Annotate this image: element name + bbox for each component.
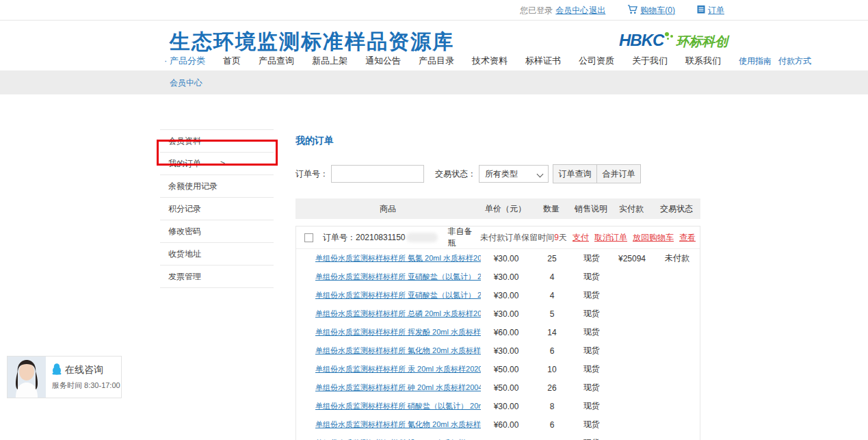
nav-item-product-category[interactable]: · 产品分类 [164,55,205,67]
price-cell: ¥50.00 [481,383,531,393]
sale-note-cell: 现货 [573,326,611,338]
orders-group: 订单 [697,5,724,16]
retention-text: 未付款订单保留时间9天 [480,232,567,244]
order-group: 订单号：20210831150 非自备瓶 未付款订单保留时间9天 支付 取消订单… [295,226,700,440]
paid-cell: ¥25094 [611,254,653,263]
sidebar-item[interactable]: 积分记录 [160,198,274,220]
sidebar-item[interactable]: 收货地址 [160,243,274,266]
product-link[interactable]: 单组份水质监测标样标样所 氰化物 20ml 水质标样205544 [315,420,481,428]
order-list-icon [697,5,705,16]
product-row: 单组份水质监测标样标样所 氨氮 20ml 水质标样2005153 ¥30.00 … [296,249,700,268]
sidebar-item-label: 收货地址 [168,249,201,259]
sidebar-item-label: 会员资料 [168,136,201,146]
chat-info: 在线咨询 服务时间 8:30-17:00 [46,363,120,391]
query-orders-button[interactable]: 订单查询 [553,164,597,183]
sidebar-item[interactable]: 会员资料 [160,130,274,153]
member-center-link[interactable]: 会员中心 [555,5,588,16]
nav-item[interactable]: 产品目录 [419,55,454,67]
order-action-link[interactable]: 支付 [573,232,589,244]
order-action-link[interactable]: 取消订单 [594,232,627,244]
nav-item[interactable]: 联系我们 [685,55,721,67]
nav-item[interactable]: 产品查询 [259,55,294,67]
nav-item[interactable]: 标样证书 [525,55,561,67]
price-cell: ¥30.00 [481,272,531,282]
sidebar-item-label: 修改密码 [168,227,201,236]
product-name-cell: 单组份水质监测标样标样所 汞 20ml 水质标样202051 [296,364,481,374]
product-link[interactable]: 单组份水质监测标样标样所 砷 20ml 水质标样200455 [315,383,481,391]
sale-note-cell: 现货 [573,308,611,320]
product-link[interactable]: 单组份水质监测标样标样所 氨氮 20ml 水质标样2005153 [315,254,481,262]
main-nav: · 产品分类 首页 产品查询 新品上架 通知公告 产品目录 技术资料 标样证书 … [164,55,725,67]
nav-item[interactable]: 关于我们 [632,55,668,67]
product-link[interactable]: 单组份水质监测标样标样所 总磷 20ml 水质标样203997 [315,309,481,318]
sidebar-item[interactable]: 修改密码 [160,220,274,243]
sidebar-item[interactable]: 发票管理 [160,266,274,288]
qty-cell: 14 [531,328,573,337]
product-link[interactable]: 单组份水质监测标样标样所 氟化物 20ml 水质标样201757 [315,346,481,354]
product-link[interactable]: 单组份水质监测标样标样所 汞 20ml 水质标样202051 [315,365,481,373]
price-cell: ¥30.00 [481,402,531,411]
nav-item[interactable]: 公司资质 [579,55,614,67]
product-row: 单组份水质监测标样标样所 亚硝酸盐（以氮计） 20ml 水质标样200643 ¥… [296,268,700,286]
top-bar: 您已登录 会员中心退出 购物车(0) 订单 [0,0,868,21]
nav-item[interactable]: 首页 [223,55,241,67]
login-status-text: 您已登录 [520,5,553,16]
status-cell: 未付款 [653,253,701,264]
sale-note-cell: 现货 [573,400,611,412]
merge-orders-button[interactable]: 合并订单 [596,164,641,183]
col-quantity: 数量 [531,203,572,215]
order-action-link[interactable]: 放回购物车 [633,232,674,244]
order-actions: 未付款订单保留时间9天 支付 取消订单 放回购物车 查看 [480,232,696,244]
sale-note-cell: 现货 [573,345,611,357]
qty-cell: 26 [531,383,573,393]
product-row: 单组份水质监测标样标样所 氟化物 20ml 水质标样201757 ¥30.00 … [296,341,700,360]
sidebar-item-label: 积分记录 [168,204,201,213]
qty-cell: 6 [531,346,573,356]
product-link[interactable]: 单组份水质监测标样标样所 亚硝酸盐（以氮计） 20ml 水质标样200643 [315,272,481,281]
product-name-cell: 单组份水质监测标样标样所 氨氮 20ml 水质标样2005153 [296,253,481,263]
product-name-cell: 单组份水质监测标样标样所 氰化物 20ml 水质标样205544 [296,419,481,430]
price-cell: ¥30.00 [481,291,531,300]
online-chat-widget[interactable]: 在线咨询 服务时间 8:30-17:00 [7,356,122,398]
cart-link[interactable]: 购物车(0) [640,5,675,16]
order-checkbox[interactable] [304,233,313,242]
product-link[interactable]: 单组份水质监测标样标样所 硝酸盐（以氮计） 20ml 水质标样200850 [315,402,481,410]
qty-cell: 8 [531,402,573,411]
nav-item[interactable]: 新品上架 [312,55,347,67]
site-title: 生态环境监测标准样品资源库 [170,28,454,56]
product-row: 单组份水质监测标样标样所 氰化物 20ml 水质标样205544 ¥60.00 … [296,415,700,434]
product-row: 单组份水质监测标样标样所 亚硝酸盐（以氮计） 20ml 水质标样200644 ¥… [296,286,700,305]
qq-icon [52,363,62,377]
order-no-input[interactable] [331,165,424,183]
company-logo: HBKC环标科创 [619,31,728,51]
breadcrumb-bar: 会员中心 [0,70,868,94]
nav-right-links: 使用指南 付款方式 [739,55,811,67]
sale-note-cell: 现货 [573,289,611,301]
sale-note-cell: 现货 [573,382,611,393]
sidebar-item[interactable]: 余额使用记录 [160,175,274,198]
agent-avatar [8,357,46,398]
col-unit-price: 单价（元） [480,203,531,215]
status-select[interactable]: 所有类型 [479,165,549,183]
nav-help-link[interactable]: 使用指南 [739,55,772,67]
qty-cell: 4 [531,272,573,282]
page-title: 我的订单 [295,135,700,147]
breadcrumb-member-center[interactable]: 会员中心 [170,77,202,89]
sidebar-item[interactable]: 我的订单 > [160,153,274,175]
product-name-cell: 单组份水质监测标样标样所 硝酸盐（以氮计） 20ml 水质标样200850 [296,401,481,411]
product-row: 单组份水质监测标样标样所 铅 20ml 水质标样201240 ¥30.00 15… [296,434,700,440]
order-no-label: 订单号： [295,168,328,180]
order-action-link[interactable]: 查看 [679,232,696,244]
nav-item[interactable]: 技术资料 [472,55,508,67]
product-link[interactable]: 单组份水质监测标样标样所 亚硝酸盐（以氮计） 20ml 水质标样200644 [315,291,481,299]
sidebar-item-label: 我的订单 [168,159,201,168]
logout-link[interactable]: 退出 [589,5,605,16]
nav-item[interactable]: 通知公告 [365,55,401,67]
qty-cell: 25 [531,254,573,263]
cart-group: 购物车(0) [627,5,675,16]
nav-help-link[interactable]: 付款方式 [778,55,811,67]
orders-link[interactable]: 订单 [708,5,724,16]
product-link[interactable]: 单组份水质监测标样标样所 挥发酚 20ml 水质标样200364 [315,328,481,336]
product-row: 单组份水质监测标样标样所 砷 20ml 水质标样200455 ¥50.00 26… [296,378,700,397]
col-paid: 实付款 [610,203,653,215]
